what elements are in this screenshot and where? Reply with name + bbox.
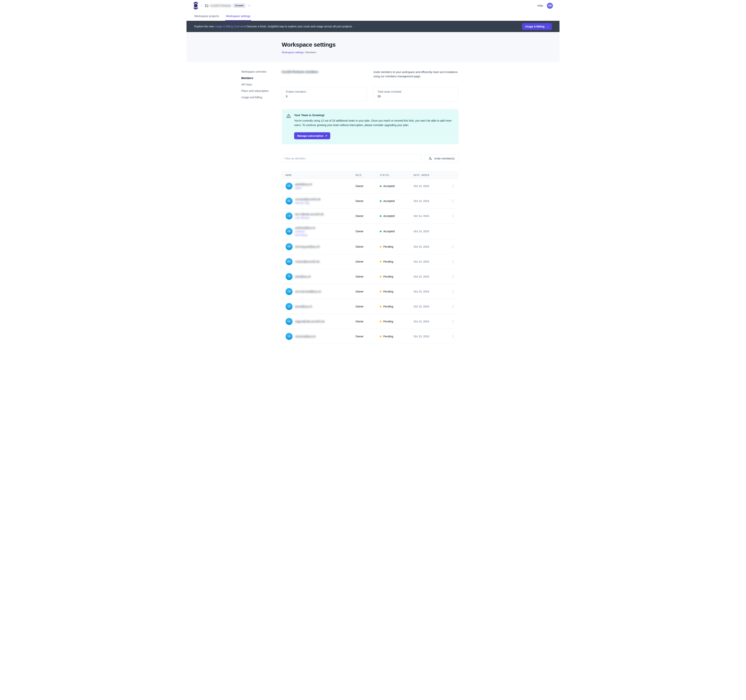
member-date-added: Oct 14, 2024 [414, 200, 447, 203]
usage-billing-button[interactable]: Usage & Billing → [522, 23, 552, 30]
workspace-name: Cure53 Pentests [210, 4, 231, 7]
members-table: NAME ROLE STATUS DATE ADDED PApatrik@acy… [282, 171, 459, 344]
col-name: NAME [286, 174, 355, 177]
row-menu-button[interactable]: ⋮ [447, 305, 454, 308]
member-avatar: LH [286, 212, 293, 219]
team-growing-alert: Your Team is Growing! You're currently u… [282, 109, 459, 144]
member-avatar: VA [286, 333, 293, 340]
member-email: patrik@acy.sh [295, 183, 312, 186]
avatar-initials: AB [287, 230, 290, 233]
table-row: PApatrik@acy.shpatrikOwnerAcceptedOct 14… [282, 179, 459, 194]
member-role: Owner [355, 245, 380, 248]
member-role: Owner [355, 200, 380, 203]
page-header: Workspace settings Workspace settings / … [186, 32, 560, 62]
alert-title: Your Team is Growing! [294, 114, 454, 117]
kebab-icon: ⋮ [451, 305, 454, 308]
member-role: Owner [355, 320, 380, 323]
member-role: Owner [355, 305, 380, 308]
workspace-switcher[interactable]: Cure53 Pentests Growth [205, 3, 251, 8]
member-status: Pending [383, 275, 393, 278]
member-role: Owner [355, 185, 380, 188]
member-email: jonas@acy.sh [295, 305, 312, 308]
member-name-link[interactable]: Buchsberg [295, 233, 315, 236]
filter-input[interactable] [282, 155, 421, 162]
member-avatar: NC [286, 198, 293, 204]
top-navbar: / Cure53 Pentests Growth Help AB [186, 0, 560, 21]
member-name-link[interactable]: Andreas [295, 230, 315, 233]
tab-workspace-projects[interactable]: Workspace projects [194, 11, 219, 21]
stat-label: Total seats included [378, 90, 454, 93]
members-section-heading: Cure53 Pentests members [282, 70, 318, 74]
table-header: NAME ROLE STATUS DATE ADDED [282, 171, 459, 179]
row-menu-button[interactable]: ⋮ [447, 335, 454, 338]
stat-label: Project members [286, 90, 363, 93]
member-status: Pending [383, 290, 393, 293]
member-avatar: HP [286, 243, 293, 250]
manage-subscription-button[interactable]: Manage subscription ↗ [294, 132, 330, 139]
member-date-added: Oct 15, 2024 [414, 335, 447, 338]
row-menu-button[interactable]: ⋮ [447, 185, 454, 188]
status-dot [380, 321, 382, 322]
sidebar-item-workspace-overview[interactable]: Workspace overview [241, 70, 282, 73]
breadcrumb: Workspace settings / Members [282, 51, 560, 54]
member-avatar: HA [286, 318, 293, 325]
row-menu-button[interactable]: ⋮ [447, 290, 454, 293]
stat-value: 3 [286, 95, 363, 98]
status-dot [380, 246, 382, 248]
usage-billing-overview-link[interactable]: Usage & Billing Overview [215, 25, 245, 28]
sidebar-item-plans-subscription[interactable]: Plans and subscription [241, 89, 282, 92]
row-menu-button[interactable]: ⋮ [447, 260, 454, 263]
tab-workspace-settings[interactable]: Workspace settings [226, 11, 250, 21]
member-role: Owner [355, 215, 380, 218]
member-name-link[interactable]: Lars Herrera [295, 216, 324, 219]
chevron-down-icon[interactable] [248, 4, 251, 8]
kebab-icon: ⋮ [451, 245, 454, 249]
member-date-added: Oct 14, 2024 [414, 185, 447, 188]
invite-members-button[interactable]: Invite member(s) [425, 155, 459, 162]
breadcrumb-separator: / [201, 4, 202, 8]
member-status: Pending [383, 320, 393, 323]
col-status: STATUS [380, 174, 414, 177]
banner-text: Explore the new Usage & Billing Overview… [194, 25, 353, 28]
sidebar-item-api-keys[interactable]: API keys [241, 83, 282, 86]
member-avatar: JO [286, 303, 293, 310]
avatar-initials: MO [287, 260, 291, 263]
member-email: norman@acme53.de [295, 198, 320, 201]
stat-value: 20 [378, 95, 454, 98]
row-menu-button[interactable]: ⋮ [447, 200, 454, 203]
row-menu-button[interactable]: ⋮ [447, 320, 454, 323]
member-date-added: Oct 15, 2024 [414, 305, 447, 308]
sidebar-item-members[interactable]: Members [241, 77, 282, 80]
row-menu-button[interactable]: ⋮ [447, 275, 454, 278]
sidebar-item-usage-billing[interactable]: Usage and billing [241, 96, 282, 99]
breadcrumb-workspace-settings-link[interactable]: Workspace settings [282, 51, 304, 54]
help-link[interactable]: Help [537, 4, 543, 7]
member-date-added: Oct 14, 2024 [414, 320, 447, 323]
member-status: Accepted [383, 230, 394, 233]
status-dot [380, 215, 382, 217]
invite-hint-text: Invite members to your workspace and eff… [373, 70, 459, 78]
user-avatar[interactable]: AB [547, 3, 553, 9]
row-menu-button[interactable]: ⋮ [447, 245, 454, 248]
kebab-icon: ⋮ [451, 260, 454, 264]
member-date-added: Oct 14, 2024 [414, 260, 447, 263]
app-logo-icon[interactable] [193, 2, 199, 10]
kebab-icon: ⋮ [451, 320, 454, 323]
row-menu-button[interactable]: ⋮ [447, 215, 454, 218]
table-row: PIpiotr@acy.shOwnerPendingOct 15, 2024⋮ [282, 269, 459, 284]
member-email: vanessa@acy.sh [295, 335, 316, 338]
status-dot [380, 231, 382, 232]
member-avatar: PA [286, 183, 293, 189]
member-date-added: Oct 14, 2024 [414, 215, 447, 218]
status-dot [380, 276, 382, 278]
member-status: Pending [383, 335, 393, 338]
col-date-added: DATE ADDED [414, 174, 447, 177]
alert-body: You're currently using 12 out of 20 addi… [294, 119, 454, 127]
arrow-up-right-icon: ↗ [325, 134, 327, 137]
member-email: lars.h@web.acme53.de [295, 213, 324, 216]
kebab-icon: ⋮ [451, 184, 454, 188]
member-name-link[interactable]: Norman Clig [295, 201, 320, 204]
member-role: Owner [355, 335, 380, 338]
avatar-initials: LH [287, 215, 290, 217]
member-name-link[interactable]: patrik [295, 186, 312, 189]
